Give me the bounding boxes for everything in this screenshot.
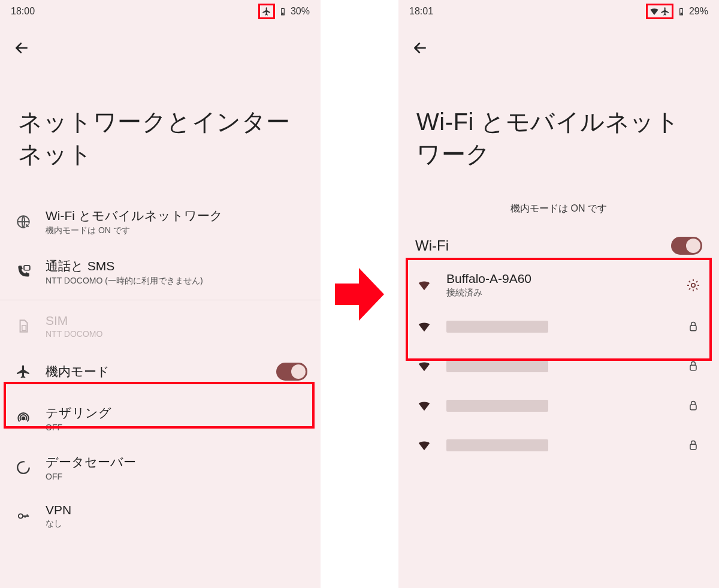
wifi-icon	[649, 6, 660, 17]
svg-rect-4	[24, 266, 30, 270]
svg-rect-15	[690, 444, 696, 449]
page-title: ネットワークとインターネット	[0, 56, 321, 197]
airplane-icon	[660, 6, 670, 17]
available-network-row[interactable]	[398, 386, 719, 426]
svg-point-6	[22, 417, 26, 421]
status-time-left: 18:00	[11, 6, 35, 17]
status-battery-right: 29%	[689, 6, 708, 17]
divider	[0, 300, 321, 300]
svg-rect-10	[681, 13, 682, 14]
wifi-icon	[415, 360, 433, 373]
row-title: 機内モード	[46, 363, 264, 380]
hotspot-icon	[13, 411, 34, 426]
wifi-full-icon	[415, 279, 433, 292]
airplane-on-note: 機内モードは ON です	[398, 197, 719, 228]
lock-icon	[684, 439, 702, 451]
arrow-right-icon	[335, 263, 384, 325]
sim-icon	[13, 318, 34, 334]
available-network-row[interactable]	[398, 307, 719, 346]
wifi-toggle-row[interactable]: Wi-Fi	[398, 228, 719, 263]
redacted-ssid	[446, 321, 548, 333]
svg-rect-13	[690, 365, 696, 370]
row-title: VPN	[46, 503, 307, 517]
svg-rect-9	[681, 8, 682, 8]
row-sub: NTT DOCOMO	[46, 329, 307, 339]
network-status: 接続済み	[446, 287, 671, 298]
row-sim: SIM NTT DOCOMO	[0, 303, 321, 349]
available-network-row[interactable]	[398, 346, 719, 386]
row-sub: なし	[46, 518, 307, 529]
battery-icon	[676, 6, 687, 17]
lock-icon	[684, 400, 702, 412]
wifi-icon	[415, 320, 433, 333]
wifi-icon	[415, 399, 433, 412]
svg-point-7	[17, 462, 29, 474]
row-title: Wi-Fi とモバイルネットワーク	[46, 207, 307, 224]
airplane-icon	[13, 364, 34, 379]
back-button[interactable]	[412, 40, 428, 56]
svg-rect-1	[282, 13, 284, 14]
connected-network-row[interactable]: Buffalo-A-9A60 接続済み	[398, 263, 719, 307]
redacted-ssid	[446, 439, 548, 451]
vpn-key-icon	[13, 509, 34, 523]
redacted-ssid	[446, 360, 548, 372]
annot-status-wifi-airplane	[646, 4, 673, 19]
globe-icon	[13, 214, 34, 230]
network-ssid: Buffalo-A-9A60	[446, 272, 671, 286]
phone-chat-icon	[13, 264, 34, 280]
battery-icon	[277, 6, 288, 17]
airplane-toggle[interactable]	[276, 363, 307, 381]
lock-icon	[684, 360, 702, 372]
lock-icon	[684, 321, 702, 333]
row-data-saver[interactable]: データセーバー OFF	[0, 443, 321, 492]
row-title: SIM	[46, 313, 307, 328]
svg-rect-14	[690, 405, 696, 409]
svg-rect-5	[22, 325, 26, 331]
wifi-icon	[415, 439, 433, 452]
row-sub: 機内モードは ON です	[46, 225, 307, 236]
wifi-toggle[interactable]	[671, 237, 702, 255]
data-saver-icon	[13, 460, 34, 475]
row-sub: OFF	[46, 423, 307, 432]
row-sub: NTT DOCOMO (一時的に利用できません)	[46, 276, 307, 287]
row-title: テザリング	[46, 405, 307, 421]
row-title: 通話と SMS	[46, 258, 307, 275]
status-time-right: 18:01	[409, 6, 433, 17]
svg-point-11	[691, 283, 695, 287]
row-wifi-mobile[interactable]: Wi-Fi とモバイルネットワーク 機内モードは ON です	[0, 197, 321, 247]
row-tethering[interactable]: テザリング OFF	[0, 394, 321, 443]
row-vpn[interactable]: VPN なし	[0, 492, 321, 540]
available-network-row[interactable]	[398, 426, 719, 465]
svg-rect-12	[690, 325, 696, 330]
airplane-icon	[261, 6, 272, 17]
svg-point-8	[19, 514, 23, 518]
row-calls-sms[interactable]: 通話と SMS NTT DOCOMO (一時的に利用できません)	[0, 247, 321, 297]
page-title: Wi-Fi とモバイルネットワーク	[398, 56, 719, 197]
row-sub: OFF	[46, 472, 307, 481]
status-battery-left: 30%	[291, 6, 310, 17]
redacted-ssid	[446, 400, 548, 412]
network-settings-gear[interactable]	[684, 278, 702, 293]
annot-status-airplane-left	[258, 4, 275, 19]
wifi-label: Wi-Fi	[415, 237, 449, 254]
row-airplane-mode[interactable]: 機内モード	[0, 349, 321, 394]
back-button[interactable]	[13, 40, 30, 56]
svg-rect-0	[282, 8, 283, 8]
row-title: データセーバー	[46, 454, 307, 471]
